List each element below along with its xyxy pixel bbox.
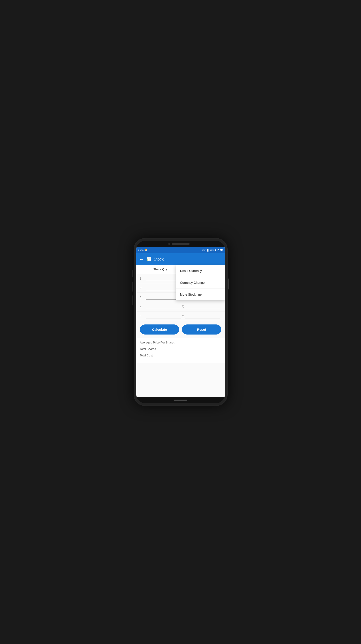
screen-content: 7 KB/s 📶 LTE ▐▌ 47% 4:15 PM ← 📊 Stock Re… (136, 247, 225, 397)
dropdown-item-currency-change[interactable]: Currency Change (176, 277, 225, 289)
qty-input-2[interactable] (146, 286, 181, 290)
phone-screen: 7 KB/s 📶 LTE ▐▌ 47% 4:15 PM ← 📊 Stock Re… (136, 241, 225, 403)
price-input-wrap-4 (184, 304, 221, 309)
signal-bars-icon: ▐▌ (206, 249, 209, 251)
qty-input-5[interactable] (146, 314, 181, 318)
status-right: LTE ▐▌ 47% 4:15 PM (202, 249, 223, 252)
app-bar: ← 📊 Stock Reset Currency Currency Change… (136, 253, 225, 265)
row-num-5: 5 (140, 314, 144, 318)
currency-symbol-5: ₹ (182, 314, 184, 318)
calculate-button[interactable]: Calculate (140, 324, 179, 334)
volume-silent-button (133, 270, 133, 277)
row-num-2: 2 (140, 286, 144, 290)
volume-up-button (133, 282, 133, 292)
phone-top-notch (136, 241, 225, 247)
stock-row-4: 4 ₹ (136, 302, 225, 312)
dropdown-menu: Reset Currency Currency Change More Stoc… (176, 265, 225, 300)
network-type: LTE (202, 249, 206, 251)
phone-device: 7 KB/s 📶 LTE ▐▌ 47% 4:15 PM ← 📊 Stock Re… (134, 238, 228, 406)
phone-bottom-bar (136, 397, 225, 403)
col-header-qty: Share Qty (140, 268, 181, 271)
total-shares-label: Total Shares : (140, 347, 221, 350)
price-input-5[interactable] (185, 314, 220, 318)
volume-down-button (133, 295, 133, 305)
price-input-4[interactable] (185, 304, 220, 309)
row-num-4: 4 (140, 305, 144, 308)
home-indicator[interactable] (174, 400, 187, 401)
status-left: 7 KB/s 📶 (138, 249, 147, 251)
action-buttons: Calculate Reset (136, 321, 225, 338)
time-display: 4:15 PM (215, 249, 223, 252)
qty-input-1[interactable] (146, 276, 181, 281)
qty-input-wrap-4 (144, 304, 182, 309)
network-speed: 7 KB/s (138, 249, 144, 251)
row-num-3: 3 (140, 296, 144, 299)
signal-icon: 📶 (145, 249, 147, 251)
currency-symbol-4: ₹ (182, 305, 184, 308)
dropdown-item-reset-currency[interactable]: Reset Currency (176, 265, 225, 277)
front-camera (168, 243, 170, 245)
dropdown-item-more-stock-line[interactable]: More Stock line (176, 289, 225, 300)
back-button[interactable]: ← (139, 257, 144, 262)
reset-button[interactable]: Reset (182, 324, 221, 334)
stock-row-5: 5 ₹ (136, 312, 225, 321)
battery-percent: 47% (210, 249, 214, 251)
app-title: Stock (154, 257, 222, 262)
avg-price-label: Averaged Price Per Share : (140, 341, 221, 344)
chart-icon[interactable]: 📊 (147, 257, 151, 262)
qty-input-wrap-5 (144, 314, 182, 318)
price-input-wrap-5 (184, 314, 221, 318)
result-area: Averaged Price Per Share : Total Shares … (136, 338, 225, 363)
qty-input-3[interactable] (146, 295, 181, 300)
power-button (228, 278, 229, 290)
qty-input-4[interactable] (146, 304, 181, 309)
speaker (172, 243, 190, 245)
status-bar: 7 KB/s 📶 LTE ▐▌ 47% 4:15 PM (136, 247, 225, 253)
row-num-1: 1 (140, 277, 144, 280)
total-cost-label: Total Cost : (140, 354, 221, 357)
